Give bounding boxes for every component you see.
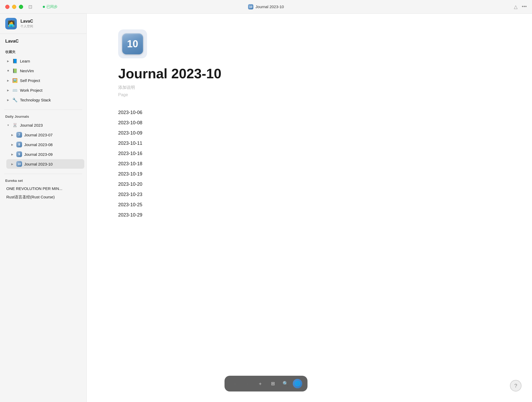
sidebar-item-self-project-label: Self Project — [20, 78, 40, 83]
technology-stack-icon: 🔧 — [12, 97, 18, 103]
page-content: 10 Journal 2023-10 添加说明 Page 2023-10-062… — [87, 14, 402, 259]
journal-07-icon: 7 — [16, 132, 22, 138]
sidebar-item-journal-2023-10[interactable]: ▶ 10 Journal 2023-10 — [6, 159, 84, 169]
sync-status: 已同步 — [43, 4, 58, 9]
journal-08-icon: 8 — [16, 142, 22, 147]
divider — [4, 110, 82, 110]
chevron-right-icon: ▶ — [6, 59, 10, 63]
page-icon-wrapper: 10 — [118, 29, 147, 58]
sidebar-item-journal-2023-07[interactable]: ▶ 7 Journal 2023-07 — [6, 130, 84, 140]
journal-entry[interactable]: 2023-10-23 — [118, 190, 370, 199]
sidebar-item-journal-2023-08[interactable]: ▶ 8 Journal 2023-08 — [6, 140, 84, 149]
titlebar-page-icon: 10 — [248, 4, 253, 9]
journal-entry[interactable]: 2023-10-29 — [118, 210, 370, 220]
chevron-right-icon: ▶ — [6, 79, 10, 82]
sidebar-toggle-button[interactable]: ⊡ — [28, 4, 32, 10]
titlebar-actions: △ ••• — [514, 4, 527, 10]
journal-entry[interactable]: 2023-10-19 — [118, 169, 370, 179]
chevron-down-icon: ▼ — [6, 123, 10, 127]
journal-entry[interactable]: 2023-10-09 — [118, 128, 370, 138]
journal-entry[interactable]: 2023-10-25 — [118, 200, 370, 210]
chevron-right-icon: ▶ — [11, 143, 14, 146]
journal-entry[interactable]: 2023-10-08 — [118, 118, 370, 128]
sidebar-item-learn-label: Learn — [20, 59, 30, 63]
sidebar-item-work-project[interactable]: ▶ ⌨️ Work Project — [2, 85, 84, 95]
journal-entry[interactable]: 2023-10-20 — [118, 179, 370, 189]
favorites-header: 收藏夹 — [0, 48, 86, 56]
journal-entry[interactable]: 2023-10-18 — [118, 159, 370, 169]
sidebar-item-journal-07-label: Journal 2023-07 — [24, 133, 53, 137]
chevron-right-icon: ▶ — [6, 88, 10, 92]
journal-10-icon: 10 — [16, 161, 22, 167]
sync-status-label: 已同步 — [46, 4, 58, 9]
search-button[interactable]: 🔍 — [280, 378, 291, 389]
journals-header: Daily Journals — [0, 112, 86, 120]
add-button[interactable]: ＋ — [255, 378, 265, 389]
journal-entries: 2023-10-062023-10-082023-10-092023-10-11… — [118, 108, 370, 220]
app-body: 🧑‍💻 LavaC 个人空间 LavaC 收藏夹 ▶ 📘 Learn 📗 Neo… — [0, 14, 532, 402]
grid-button[interactable]: ⊞ — [268, 378, 278, 389]
user-avatar-toolbar[interactable]: 🌐 — [293, 379, 302, 388]
sidebar-item-journal-08-label: Journal 2023-08 — [24, 142, 53, 147]
favorites-section: 收藏夹 ▶ 📘 Learn 📗 NeoVim ▶ 🖼️ Self Project… — [0, 48, 86, 105]
journal-09-icon: 9 — [16, 151, 22, 157]
workspace-name: LavaC — [0, 37, 86, 48]
sidebar-item-one-revolution[interactable]: ONE REVOLUTION PER MIN... — [2, 184, 84, 193]
page-type: Page — [118, 92, 370, 97]
chevron-right-icon: ▶ — [11, 162, 14, 166]
page-icon: 10 — [122, 33, 143, 54]
divider2 — [4, 174, 82, 174]
journal-entry[interactable]: 2023-10-11 — [118, 138, 370, 148]
sidebar-item-journal-09-label: Journal 2023-09 — [24, 152, 53, 157]
neovim-icon: 📗 — [12, 68, 18, 74]
titlebar-page-title: Journal 2023-10 — [255, 4, 284, 9]
chevron-right-icon: ▶ — [11, 133, 14, 137]
help-button[interactable]: ? — [510, 380, 521, 391]
sidebar-item-technology-stack[interactable]: ▶ 🔧 Technology Stack — [2, 95, 84, 105]
more-options-icon[interactable]: ••• — [522, 4, 527, 9]
eureka-header: Eureka set — [0, 177, 86, 184]
user-space: 个人空间 — [20, 24, 33, 29]
user-name: LavaC — [20, 19, 33, 24]
chevron-right-icon: ▶ — [6, 98, 10, 102]
titlebar-center: 10 Journal 2023-10 — [248, 4, 284, 9]
one-revolution-label: ONE REVOLUTION PER MIN... — [6, 186, 62, 191]
page-description-placeholder[interactable]: 添加说明 — [118, 85, 370, 90]
forward-button[interactable]: › — [242, 378, 253, 389]
dot-bullet-icon — [7, 70, 9, 71]
eureka-section: Eureka set ONE REVOLUTION PER MIN... Rus… — [0, 177, 86, 202]
journal-2023-icon: 🐰 — [12, 122, 18, 128]
learn-icon: 📘 — [12, 58, 18, 64]
close-button[interactable] — [5, 5, 9, 9]
bottom-toolbar: ‹ › ＋ ⊞ 🔍 🌐 — [225, 376, 307, 391]
sidebar-item-work-project-label: Work Project — [20, 88, 43, 92]
sidebar: 🧑‍💻 LavaC 个人空间 LavaC 收藏夹 ▶ 📘 Learn 📗 Neo… — [0, 14, 87, 402]
sidebar-item-journal-2023[interactable]: ▼ 🐰 Journal 2023 — [2, 120, 84, 130]
user-info: LavaC 个人空间 — [20, 19, 33, 29]
back-button[interactable]: ‹ — [230, 378, 240, 389]
rust-course-label: Rust语言圣经(Rust Course) — [6, 195, 55, 200]
work-project-icon: ⌨️ — [12, 87, 18, 93]
user-profile[interactable]: 🧑‍💻 LavaC 个人空间 — [0, 14, 86, 34]
journal-entry[interactable]: 2023-10-06 — [118, 108, 370, 117]
sidebar-item-technology-stack-label: Technology Stack — [20, 98, 51, 102]
sidebar-item-learn[interactable]: ▶ 📘 Learn — [2, 56, 84, 66]
sidebar-item-self-project[interactable]: ▶ 🖼️ Self Project — [2, 76, 84, 85]
avatar: 🧑‍💻 — [5, 18, 17, 29]
share-icon[interactable]: △ — [514, 4, 518, 10]
journals-section: Daily Journals ▼ 🐰 Journal 2023 ▶ 7 Jour… — [0, 112, 86, 169]
sidebar-item-rust-course[interactable]: Rust语言圣经(Rust Course) — [2, 193, 84, 202]
self-project-icon: 🖼️ — [12, 78, 18, 83]
maximize-button[interactable] — [19, 5, 23, 9]
sidebar-item-journal-2023-label: Journal 2023 — [20, 123, 43, 127]
sidebar-item-journal-10-label: Journal 2023-10 — [24, 162, 53, 166]
sidebar-item-journal-2023-09[interactable]: ▶ 9 Journal 2023-09 — [6, 150, 84, 159]
titlebar: ⊡ 已同步 10 Journal 2023-10 △ ••• — [0, 0, 532, 14]
traffic-lights — [5, 5, 23, 9]
journal-entry[interactable]: 2023-10-16 — [118, 149, 370, 158]
chevron-right-icon: ▶ — [11, 152, 14, 156]
sidebar-item-neovim[interactable]: 📗 NeoVim — [2, 66, 84, 75]
main-content: 10 Journal 2023-10 添加说明 Page 2023-10-062… — [87, 14, 532, 402]
page-title: Journal 2023-10 — [118, 66, 370, 81]
minimize-button[interactable] — [12, 5, 16, 9]
